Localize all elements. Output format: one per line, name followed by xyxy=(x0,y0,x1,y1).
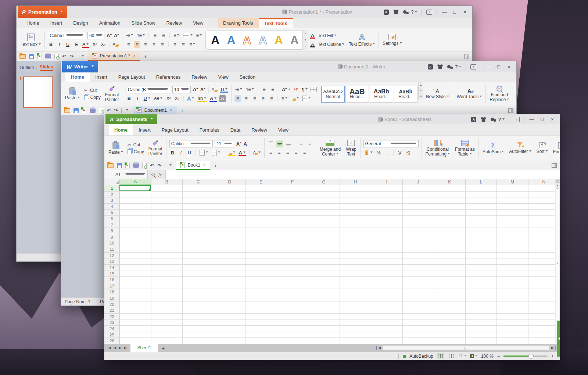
italic-button[interactable]: I xyxy=(56,41,62,48)
cell-I3[interactable] xyxy=(371,197,403,204)
cell-F13[interactable] xyxy=(277,258,309,265)
cell-N10[interactable] xyxy=(528,240,555,246)
decrease-font-icon[interactable]: A− xyxy=(114,33,119,38)
decrease-font-icon[interactable]: A− xyxy=(244,141,249,147)
cell-H25[interactable] xyxy=(340,332,372,338)
cell-H21[interactable] xyxy=(340,307,372,314)
column-header-C[interactable]: C xyxy=(183,179,214,185)
cell-D8[interactable] xyxy=(214,228,246,234)
cell-L9[interactable] xyxy=(466,234,497,240)
row-header-13[interactable]: 13 xyxy=(104,258,120,265)
cell-J6[interactable] xyxy=(403,216,434,222)
tab-home[interactable]: Home xyxy=(109,124,133,135)
cell-K6[interactable] xyxy=(434,216,466,222)
sort-button[interactable]: AZ Sort xyxy=(534,136,551,161)
horizontal-scrollbar[interactable]: | ◀ ||| ▶ | xyxy=(376,344,560,352)
cell-G3[interactable] xyxy=(308,197,340,204)
cell-G23[interactable] xyxy=(308,319,340,326)
paste-button[interactable]: Paste xyxy=(62,82,82,106)
distribute-icon[interactable]: ≡ xyxy=(159,41,165,48)
print-preview-icon[interactable] xyxy=(142,163,147,168)
currency-button[interactable] xyxy=(363,149,373,156)
cell-M24[interactable] xyxy=(497,326,528,332)
conditional-formatting-button[interactable]: ConditionalFormatting xyxy=(423,136,452,161)
distribute-icon[interactable]: ≡ xyxy=(268,95,275,102)
print-icon[interactable] xyxy=(133,163,139,168)
bullets-button[interactable]: •≡ xyxy=(234,86,243,93)
row-header-20[interactable]: 20 xyxy=(104,301,120,308)
cell-H14[interactable] xyxy=(340,265,372,271)
cell-B26[interactable] xyxy=(151,338,183,344)
autobackup-label[interactable]: AutoBackup xyxy=(409,354,433,359)
cell-M14[interactable] xyxy=(497,265,528,271)
align-left-icon[interactable]: ≡ xyxy=(268,149,274,156)
cell-D20[interactable] xyxy=(214,301,246,308)
align-left-icon[interactable]: ≡ xyxy=(125,41,132,48)
feedback-icon[interactable] xyxy=(403,10,406,14)
select-all-corner[interactable] xyxy=(104,179,120,185)
cell-I23[interactable] xyxy=(371,319,403,326)
column-header-E[interactable]: E xyxy=(245,179,277,185)
column-header-H[interactable]: H xyxy=(340,179,372,185)
align-center-icon[interactable]: ≡ xyxy=(243,95,249,102)
paste-button[interactable]: Paste xyxy=(106,136,126,161)
cell-A6[interactable] xyxy=(120,216,151,222)
cell-B11[interactable] xyxy=(151,246,183,253)
reading-mode-button[interactable] xyxy=(470,353,477,359)
print-preview-icon[interactable] xyxy=(99,108,103,113)
cut-button[interactable]: ✂ Cut xyxy=(84,88,101,93)
wordart-gallery[interactable]: A A A A A A xyxy=(207,30,303,50)
task-pane-icon[interactable] xyxy=(464,54,469,58)
distribute-icon[interactable]: ≡ xyxy=(301,149,308,156)
cell-K2[interactable] xyxy=(434,192,466,198)
cell-M4[interactable] xyxy=(497,204,528,210)
cell-A22[interactable] xyxy=(120,314,151,320)
cell-H22[interactable] xyxy=(340,314,372,320)
text-outline-button[interactable]: A Text Outline xyxy=(309,41,344,48)
increase-font-icon[interactable]: A+ xyxy=(236,141,241,147)
cell-B10[interactable] xyxy=(151,240,183,246)
cell-N14[interactable] xyxy=(528,265,555,271)
format-painter-button[interactable]: FormatPainter xyxy=(146,136,165,161)
bold-button[interactable]: B xyxy=(169,149,176,156)
cell-F12[interactable] xyxy=(277,253,309,259)
autofilter-button[interactable]: AutoFilter xyxy=(506,136,534,161)
cell-E16[interactable] xyxy=(245,277,277,283)
cell-E2[interactable] xyxy=(245,192,277,198)
cell-J4[interactable] xyxy=(403,204,434,210)
cell-H15[interactable] xyxy=(340,271,372,277)
cell-A14[interactable] xyxy=(120,265,151,271)
cell-K26[interactable] xyxy=(434,338,466,344)
cell-F1[interactable] xyxy=(277,185,309,192)
export-pdf-icon[interactable]: P xyxy=(125,163,130,168)
cell-D23[interactable] xyxy=(214,319,246,326)
cell-E23[interactable] xyxy=(245,319,277,326)
tab-home[interactable]: Home xyxy=(65,72,90,82)
cell-H10[interactable] xyxy=(340,240,372,246)
cell-K18[interactable] xyxy=(434,289,466,295)
cell-B24[interactable] xyxy=(151,326,183,332)
italic-button[interactable]: I xyxy=(178,149,184,156)
zoom-out-button[interactable]: − xyxy=(497,354,500,359)
cell-A10[interactable] xyxy=(120,240,151,246)
cell-A4[interactable] xyxy=(120,204,151,210)
scale-text-button[interactable]: A+ xyxy=(282,87,290,92)
cell-I25[interactable] xyxy=(371,332,403,338)
row-header-21[interactable]: 21 xyxy=(104,307,120,314)
decrease-indent-icon[interactable]: ≡ xyxy=(261,86,267,93)
cell-L23[interactable] xyxy=(466,319,497,326)
cell-E12[interactable] xyxy=(245,253,277,259)
cell-N15[interactable] xyxy=(528,271,555,277)
help-menu[interactable]: ? xyxy=(411,9,417,15)
cell-G11[interactable] xyxy=(308,246,340,253)
cell-K7[interactable] xyxy=(434,222,466,228)
cell-A23[interactable] xyxy=(120,319,151,326)
font-name-select[interactable]: Calibri xyxy=(169,140,213,147)
cell-J14[interactable] xyxy=(403,265,434,271)
close-tab-icon[interactable]: × xyxy=(133,53,136,58)
feedback-icon[interactable] xyxy=(447,65,451,68)
align-center-icon[interactable]: ≡ xyxy=(134,41,140,48)
align-bottom-icon[interactable] xyxy=(285,140,292,147)
cell-M5[interactable] xyxy=(497,210,528,216)
cell-J12[interactable] xyxy=(403,253,434,259)
